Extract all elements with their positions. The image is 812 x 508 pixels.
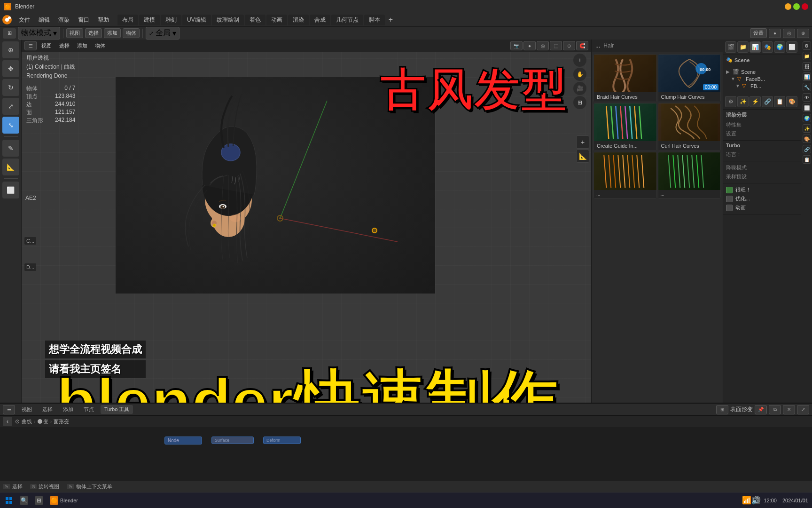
rotate-tool[interactable]: ↻ xyxy=(2,79,19,96)
workspace-compositing[interactable]: 合成 xyxy=(310,15,330,25)
tree-scene[interactable]: ▶ 🎬 Scene 👁 xyxy=(723,68,812,75)
bp-tab-add[interactable]: 添加 xyxy=(59,405,77,414)
bp-close-icon[interactable]: ✕ xyxy=(783,405,795,414)
output-props-icon[interactable]: 📁 xyxy=(737,41,749,53)
add-cube-tool[interactable]: ⬜ xyxy=(2,182,19,198)
workspace-layout[interactable]: 布局 xyxy=(117,15,138,25)
workspace-shading[interactable]: 着色 xyxy=(245,15,265,25)
physics-icon[interactable]: ⚡ xyxy=(750,96,761,107)
breadcrumb-item-1[interactable]: 曲线 xyxy=(22,418,32,425)
hair-item-curl[interactable]: Curl Hair Curves xyxy=(658,103,721,151)
view-layer-props-icon[interactable]: 📊 xyxy=(750,41,761,53)
bp-viewer-icon[interactable]: ⊞ xyxy=(716,405,728,414)
move-tool[interactable]: ✥ xyxy=(2,60,19,77)
material-icon[interactable]: 🎨 xyxy=(786,96,797,107)
menu-window[interactable]: 窗口 xyxy=(74,15,93,25)
scene-props-icon[interactable]: 🎭 xyxy=(762,41,773,53)
node-block-1[interactable]: Node xyxy=(164,437,202,444)
world-props-icon[interactable]: 🌍 xyxy=(774,41,785,53)
right-edge-icon-3[interactable]: 🖼 xyxy=(803,62,811,71)
add-workspace-button[interactable]: + xyxy=(386,16,396,24)
workspace-animation[interactable]: 动画 xyxy=(266,15,287,25)
right-edge-icon-2[interactable]: 📁 xyxy=(803,52,811,60)
bp-tab-view[interactable]: 视图 xyxy=(18,405,36,414)
hair-item-guide[interactable]: Create Guide In... xyxy=(593,103,657,151)
tree-faceb[interactable]: ▼ ▽ FaceB... 👁 xyxy=(723,75,812,82)
viewport-xray-toggle[interactable]: ⬚ xyxy=(550,41,562,50)
zoom-in-icon[interactable]: + xyxy=(573,54,586,67)
particles-icon[interactable]: ✨ xyxy=(737,96,749,107)
annotate-tool[interactable]: ✎ xyxy=(2,140,19,157)
right-edge-icon-7[interactable]: ⬜ xyxy=(803,103,811,112)
search-button[interactable]: 🔍 xyxy=(17,494,31,507)
tree-fb[interactable]: ▼ ▽ FB... 👁 xyxy=(723,82,812,89)
maximize-button[interactable] xyxy=(793,3,800,10)
bp-tab-turbo[interactable]: Turbo 工具 xyxy=(101,405,133,414)
bp-pin-icon[interactable]: 📌 xyxy=(755,405,767,414)
animate-checkbox[interactable] xyxy=(726,205,733,211)
select-button[interactable]: 选择 xyxy=(85,28,102,38)
breadcrumb-item-3[interactable]: 面形变 xyxy=(54,418,69,425)
gizmo-button[interactable]: ⊕ xyxy=(797,29,809,38)
menu-help[interactable]: 帮助 xyxy=(94,15,113,25)
workspace-texture[interactable]: 纹理绘制 xyxy=(212,15,244,25)
transform-space-dropdown[interactable]: ⤢ 全局 ▾ xyxy=(146,27,180,40)
viewport-view-menu[interactable]: 视图 xyxy=(39,41,55,50)
bp-tab-select[interactable]: 选择 xyxy=(39,405,56,414)
menu-edit[interactable]: 编辑 xyxy=(35,15,54,25)
right-edge-icon-10[interactable]: 🎨 xyxy=(803,135,811,143)
menu-render[interactable]: 渲染 xyxy=(55,15,73,25)
overlay-button[interactable]: ◎ xyxy=(783,29,795,38)
taskview-button[interactable]: ⊞ xyxy=(32,494,46,507)
right-edge-icon-12[interactable]: 📋 xyxy=(803,155,811,164)
right-edge-icon-9[interactable]: ✨ xyxy=(803,124,811,133)
viewport-shading-solid[interactable]: ● xyxy=(523,41,536,50)
hair-item-6[interactable]: ... xyxy=(658,152,721,198)
right-edge-icon-6[interactable]: 👁 xyxy=(803,93,811,102)
hair-item-clump[interactable]: 00:00 00:00 Clump Hair Curves xyxy=(658,54,721,102)
workspace-sculpt[interactable]: 雕刻 xyxy=(161,15,181,25)
object-mode-dropdown[interactable]: 物体模式 ▾ xyxy=(18,27,60,40)
workspace-modeling[interactable]: 建模 xyxy=(139,15,160,25)
viewport-camera-icon[interactable]: 📷 xyxy=(510,41,523,50)
add-button[interactable]: 添加 xyxy=(104,28,121,38)
object-props-icon[interactable]: ⬜ xyxy=(786,41,797,53)
viewport-select-menu[interactable]: 选择 xyxy=(56,41,72,50)
viewport-snap[interactable]: 🧲 xyxy=(576,41,588,50)
right-edge-icon-1[interactable]: ⚙ xyxy=(803,41,811,50)
viewport-add-menu[interactable]: 添加 xyxy=(74,41,90,50)
measure-tool[interactable]: 📐 xyxy=(2,159,19,175)
view-button[interactable]: 视图 xyxy=(66,28,83,38)
bp-tab-node[interactable]: 节点 xyxy=(80,405,98,414)
settings-button[interactable]: 设置 xyxy=(750,28,767,38)
viewport-menu-icon[interactable]: ☰ xyxy=(24,41,37,50)
right-edge-icon-5[interactable]: 🔧 xyxy=(803,83,811,91)
render-props-icon[interactable]: 🎬 xyxy=(725,41,736,53)
viewport-object-menu[interactable]: 物体 xyxy=(92,41,108,50)
modifier-icon[interactable]: ⚙ xyxy=(725,96,736,107)
bp-menu-icon[interactable]: ☰ xyxy=(3,405,15,414)
right-icon-2[interactable]: 📐 xyxy=(576,150,589,163)
workspace-render[interactable]: 渲染 xyxy=(288,15,309,25)
minimize-button[interactable] xyxy=(785,3,791,10)
viewport-shading-button[interactable]: ● xyxy=(769,29,781,38)
right-edge-icon-11[interactable]: 🔗 xyxy=(803,145,811,153)
data-icon[interactable]: 📋 xyxy=(774,96,785,107)
scale-tool[interactable]: ⤢ xyxy=(2,98,19,115)
hair-item-5[interactable]: ... xyxy=(593,152,657,198)
timeline-back-button[interactable]: ‹ xyxy=(3,417,12,426)
breadcrumb-item-2[interactable]: 变 xyxy=(43,418,48,425)
viewport-3d[interactable]: ☰ 视图 选择 添加 物体 📷 ● ◎ ⬚ ⊙ 🧲 用户透视 (1) Colle… xyxy=(22,40,591,463)
close-button[interactable] xyxy=(802,3,808,10)
grid-icon[interactable]: ⊞ xyxy=(573,96,586,109)
right-edge-icon-8[interactable]: 🌍 xyxy=(803,114,811,122)
viewport-overlay-toggle[interactable]: ◎ xyxy=(537,41,549,50)
great-checkbox[interactable] xyxy=(726,187,733,193)
bp-expand-icon[interactable]: ⤢ xyxy=(797,405,809,414)
workspace-uv[interactable]: UV编辑 xyxy=(182,15,211,25)
node-block-3[interactable]: Deform xyxy=(263,437,301,444)
right-icon-1[interactable]: + xyxy=(576,135,589,149)
constraints-icon[interactable]: 🔗 xyxy=(762,96,773,107)
hair-item-braid[interactable]: Braid Hair Curves xyxy=(593,54,657,102)
workspace-geonodes[interactable]: 几何节点 xyxy=(331,15,363,25)
